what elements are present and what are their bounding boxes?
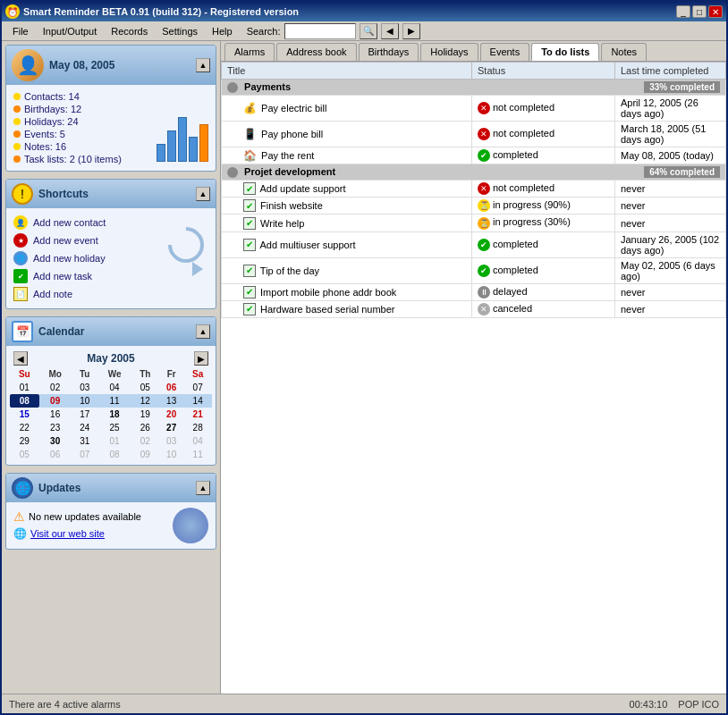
user-panel-header-left: 👤 May 08, 2005 xyxy=(12,49,114,81)
shortcut-add-holiday[interactable]: 🌐 Add new holiday xyxy=(13,249,106,267)
calendar-panel-collapse[interactable]: ▲ xyxy=(196,324,210,339)
tab-address-book[interactable]: Address book xyxy=(276,43,356,61)
user-panel-collapse[interactable]: ▲ xyxy=(196,58,210,72)
table-row[interactable]: ✔ Finish website ⏳in progress (90%) neve… xyxy=(222,198,726,214)
search-input[interactable] xyxy=(284,23,356,39)
close-button[interactable]: ✕ xyxy=(708,5,723,18)
calendar-day[interactable]: 09 xyxy=(131,448,159,461)
calendar-day[interactable]: 19 xyxy=(131,408,159,421)
calendar-day[interactable]: 22 xyxy=(10,421,39,434)
calendar-day[interactable]: 02 xyxy=(39,381,72,394)
table-row[interactable]: ✔ Tip of the day ✔completed May 02, 2005… xyxy=(222,257,726,283)
table-row[interactable]: 💰 Pay electric bill ✕not completed April… xyxy=(222,96,726,122)
updates-panel-collapse[interactable]: ▲ xyxy=(196,481,210,495)
calendar-day[interactable]: 03 xyxy=(159,434,183,448)
calendar-day[interactable]: 18 xyxy=(98,408,131,421)
calendar-day[interactable]: 27 xyxy=(159,421,183,434)
search-button[interactable]: 🔍 xyxy=(360,23,377,39)
table-row[interactable]: ✔ Add multiuser support ✔completed Janua… xyxy=(222,231,726,257)
holiday-icon: 🌐 xyxy=(13,251,28,265)
calendar-day[interactable]: 11 xyxy=(98,394,131,408)
shortcut-add-event[interactable]: ★ Add new event xyxy=(13,231,106,249)
calendar-day[interactable]: 05 xyxy=(131,381,159,394)
calendar-day[interactable]: 05 xyxy=(10,448,39,461)
minimize-button[interactable]: _ xyxy=(676,5,690,18)
status-left: There are 4 active alarms xyxy=(9,699,121,710)
update-link[interactable]: 🌐 Visit our web site xyxy=(13,526,141,542)
shortcut-add-contact[interactable]: 👤 Add new contact xyxy=(13,214,106,231)
calendar-day[interactable]: 20 xyxy=(159,408,183,421)
calendar-day[interactable]: 10 xyxy=(159,448,183,461)
calendar-day[interactable]: 08 xyxy=(10,394,39,408)
menu-file[interactable]: File xyxy=(5,24,36,38)
calendar-day[interactable]: 04 xyxy=(183,434,212,448)
calendar-week-5: 05060708091011 xyxy=(10,448,212,461)
tab-birthdays[interactable]: Birthdays xyxy=(359,43,419,61)
calendar-nav: ◀ May 2005 ▶ xyxy=(10,349,212,367)
calendar-day[interactable]: 06 xyxy=(159,381,183,394)
calendar-prev-button[interactable]: ◀ xyxy=(13,351,28,366)
table-row[interactable]: ✔ Hardware based serial number ✕canceled… xyxy=(222,300,726,317)
calendar-day[interactable]: 16 xyxy=(39,408,72,421)
menu-settings[interactable]: Settings xyxy=(155,24,205,38)
calendar-day[interactable]: 07 xyxy=(72,448,98,461)
calendar-day[interactable]: 03 xyxy=(72,381,98,394)
chart-bar-3 xyxy=(178,117,187,162)
calendar-day[interactable]: 09 xyxy=(39,394,72,408)
calendar-day[interactable]: 02 xyxy=(131,434,159,448)
table-row[interactable]: ✔ Import mobile phone addr book ⏸delayed… xyxy=(222,283,726,300)
updates-panel-header-left: 🌐 Updates xyxy=(12,477,80,499)
title-bar-left: ⏰ Smart Reminder BETA 0.91 (build 312) -… xyxy=(5,4,299,19)
calendar-day[interactable]: 14 xyxy=(183,394,212,408)
calendar-day[interactable]: 10 xyxy=(72,394,98,408)
calendar-day[interactable]: 08 xyxy=(98,448,131,461)
calendar-day[interactable]: 01 xyxy=(10,381,39,394)
calendar-day[interactable]: 25 xyxy=(98,421,131,434)
calendar-day[interactable]: 29 xyxy=(10,434,39,448)
shortcuts-panel-header: ! Shortcuts ▲ xyxy=(6,180,216,208)
calendar-day[interactable]: 07 xyxy=(183,381,212,394)
calendar-day[interactable]: 26 xyxy=(131,421,159,434)
table-row[interactable]: 📱 Pay phone bill ✕not completed March 18… xyxy=(222,122,726,147)
search-prev-button[interactable]: ◀ xyxy=(381,23,399,39)
tab-todo-lists[interactable]: To do lists xyxy=(531,43,599,61)
maximize-button[interactable]: □ xyxy=(692,5,707,18)
calendar-day[interactable]: 30 xyxy=(39,434,72,448)
task-status: ✕not completed xyxy=(472,181,615,198)
stat-contacts: Contacts: 14 xyxy=(13,90,122,103)
tab-holidays[interactable]: Holidays xyxy=(420,43,478,61)
group-title: Payments 33% completed xyxy=(222,80,726,96)
calendar-day[interactable]: 12 xyxy=(131,394,159,408)
tab-events[interactable]: Events xyxy=(480,43,530,61)
menu-input-output[interactable]: Input/Output xyxy=(36,24,105,38)
menu-records[interactable]: Records xyxy=(104,24,155,38)
calendar-day[interactable]: 06 xyxy=(39,448,72,461)
user-panel: 👤 May 08, 2005 ▲ Contacts: 14 Birthdays:… xyxy=(5,45,216,172)
tab-notes[interactable]: Notes xyxy=(601,43,647,61)
calendar-day[interactable]: 01 xyxy=(98,434,131,448)
search-next-button[interactable]: ▶ xyxy=(402,23,420,39)
shortcut-add-note[interactable]: 📄 Add note xyxy=(13,285,106,303)
task-status: ✕not completed xyxy=(472,96,615,122)
calendar-day[interactable]: 13 xyxy=(159,394,183,408)
calendar-day[interactable]: 17 xyxy=(72,408,98,421)
calendar-day[interactable]: 24 xyxy=(72,421,98,434)
menu-help[interactable]: Help xyxy=(205,24,240,38)
calendar-day[interactable]: 28 xyxy=(183,421,212,434)
tab-alarms[interactable]: Alarms xyxy=(224,43,275,61)
table-row[interactable]: ✔ Add update support ✕not completed neve… xyxy=(222,181,726,198)
cal-header-we: We xyxy=(98,367,131,381)
shortcuts-panel-collapse[interactable]: ▲ xyxy=(196,187,210,201)
calendar-day[interactable]: 04 xyxy=(98,381,131,394)
calendar-day[interactable]: 23 xyxy=(39,421,72,434)
calendar-day[interactable]: 21 xyxy=(183,408,212,421)
task-last: March 18, 2005 (51 days ago) xyxy=(615,122,726,147)
calendar-next-button[interactable]: ▶ xyxy=(194,351,208,366)
shortcut-add-task[interactable]: ✔ Add new task xyxy=(13,267,106,285)
table-row[interactable]: 🏠 Pay the rent ✔completed May 08, 2005 (… xyxy=(222,147,726,164)
shortcuts-panel: ! Shortcuts ▲ 👤 Add new contact xyxy=(5,179,216,309)
calendar-day[interactable]: 11 xyxy=(183,448,212,461)
calendar-day[interactable]: 31 xyxy=(72,434,98,448)
table-row[interactable]: ✔ Write help ⏳in progress (30%) never xyxy=(222,214,726,231)
calendar-day[interactable]: 15 xyxy=(10,408,39,421)
